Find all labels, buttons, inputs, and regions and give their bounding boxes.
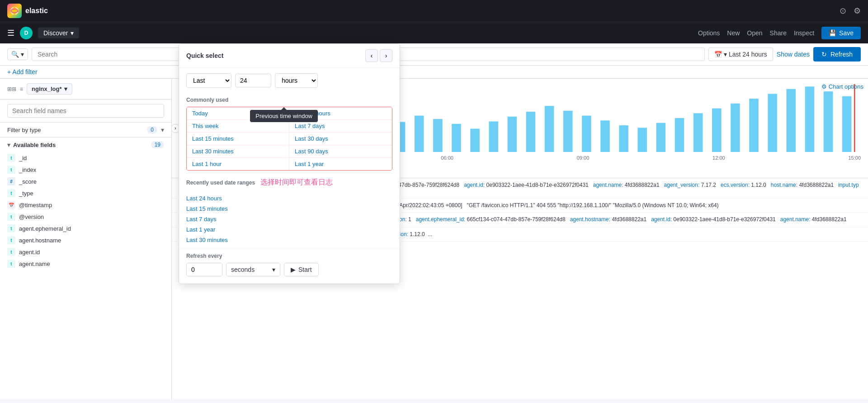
qs-refresh-every: Refresh every seconds ▾ ▶ Start xyxy=(179,249,400,284)
filter-type-row: Filter by type 0 ▾ xyxy=(0,123,171,137)
list-item[interactable]: t _index xyxy=(7,164,164,175)
svg-rect-19 xyxy=(489,122,498,152)
field-name: _index xyxy=(19,166,36,173)
qs-prev-button[interactable]: ‹ xyxy=(365,49,378,62)
section-title: ▾ Available fields xyxy=(7,142,56,148)
list-item[interactable]: t _id xyxy=(7,152,164,164)
share-link[interactable]: Share xyxy=(770,29,787,37)
list-item[interactable]: # _score xyxy=(7,175,164,187)
index-selector: ⊞⊞ ≡ nginx_log* ▾ xyxy=(0,79,171,100)
svg-rect-25 xyxy=(600,120,610,152)
qs-unit-select[interactable]: hours minutes seconds days weeks months … xyxy=(275,73,318,88)
qs-commonly-used: Commonly used Today Last 24 hours This w… xyxy=(179,93,400,174)
nav-actions: Options New Open Share Inspect 💾 Save xyxy=(698,27,861,39)
list-item[interactable]: t @version xyxy=(7,211,164,223)
chevron-down-icon: ▾ xyxy=(71,29,74,37)
time-selector[interactable]: 📅 ▾ Last 24 hours xyxy=(708,47,773,61)
search-bar: 🔍 ▾ 📅 ▾ Last 24 hours Show dates ↻ Refre… xyxy=(0,43,868,66)
svg-rect-29 xyxy=(675,118,684,152)
grid-icon[interactable]: ⊞⊞ xyxy=(7,86,16,92)
field-search-input[interactable] xyxy=(7,104,164,118)
svg-rect-34 xyxy=(768,94,777,152)
show-dates-button[interactable]: Show dates xyxy=(777,51,810,58)
list-item[interactable]: t agent.ephemeral_id xyxy=(7,223,164,234)
svg-rect-36 xyxy=(805,86,815,152)
field-type-badge: t xyxy=(7,248,15,256)
svg-rect-16 xyxy=(433,119,443,152)
field-type-badge: t xyxy=(7,154,15,162)
qs-next-button[interactable]: › xyxy=(380,49,392,62)
elastic-logo[interactable]: elastic xyxy=(7,4,48,18)
chart-options-button[interactable]: ⚙ Chart options xyxy=(821,83,863,90)
field-name: agent.id xyxy=(19,249,40,256)
chevron-down-icon: ▾ xyxy=(724,51,727,58)
svg-rect-17 xyxy=(452,124,461,152)
list-item[interactable]: t agent.hostname xyxy=(7,234,164,246)
qs-commonly-used-title: Commonly used xyxy=(186,97,392,103)
svg-rect-27 xyxy=(637,128,647,152)
field-name: agent.hostname xyxy=(19,237,61,244)
qs-refresh-title: Refresh every xyxy=(186,253,392,259)
field-name: agent.ephemeral_id xyxy=(19,225,71,232)
user-icon[interactable]: ⚙ xyxy=(854,6,861,16)
discover-button[interactable]: Discover ▾ xyxy=(38,28,79,38)
qs-watermark: 选择时间即可查看日志 xyxy=(260,178,333,187)
qs-item-last30min[interactable]: Last 30 minutes xyxy=(187,145,289,158)
qs-start-button[interactable]: ▶ Start xyxy=(284,263,319,276)
qs-refresh-unit-select[interactable]: seconds ▾ xyxy=(226,263,280,276)
chevron-down-icon: ▾ xyxy=(21,51,24,58)
avatar[interactable]: D xyxy=(20,27,33,39)
qs-refresh-input[interactable] xyxy=(186,263,222,276)
refresh-button[interactable]: ↻ Refresh xyxy=(813,47,861,62)
refresh-icon: ↻ xyxy=(821,51,827,58)
new-link[interactable]: New xyxy=(727,29,740,37)
qs-recent-last24h[interactable]: Last 24 hours xyxy=(186,193,392,204)
qs-item-last1year[interactable]: Last 1 year xyxy=(289,158,392,170)
svg-rect-22 xyxy=(545,106,554,152)
qs-recent-last15min[interactable]: Last 15 minutes xyxy=(186,204,392,214)
options-link[interactable]: Options xyxy=(698,29,720,37)
list-item[interactable]: t agent.id xyxy=(7,246,164,258)
qs-item-last1hour[interactable]: Last 1 hour xyxy=(187,158,289,170)
svg-point-1 xyxy=(13,7,16,14)
field-type-badge: t xyxy=(7,213,15,221)
qs-number-input[interactable] xyxy=(235,74,271,87)
qs-item-last15min[interactable]: Last 15 minutes xyxy=(187,133,289,145)
play-icon: ▶ xyxy=(291,266,296,273)
list-item[interactable]: t _type xyxy=(7,187,164,199)
svg-rect-18 xyxy=(470,129,480,152)
svg-rect-26 xyxy=(619,125,628,152)
open-link[interactable]: Open xyxy=(747,29,762,37)
inspect-link[interactable]: Inspect xyxy=(794,29,814,37)
field-name: _type xyxy=(19,190,33,197)
qs-nav: ‹ › xyxy=(365,49,392,62)
field-name: @version xyxy=(19,213,44,220)
chevron-down-icon: ▾ xyxy=(7,142,10,148)
qs-last-select[interactable]: Last Next xyxy=(186,73,231,88)
svg-rect-28 xyxy=(656,123,666,152)
qs-recent-last1year[interactable]: Last 1 year xyxy=(186,224,392,235)
search-type-button[interactable]: 🔍 ▾ xyxy=(7,48,28,60)
qs-item-last30days[interactable]: Last 30 days xyxy=(289,133,392,145)
help-icon[interactable]: ⊙ xyxy=(840,6,846,16)
field-type-badge: t xyxy=(7,166,15,174)
list-icon[interactable]: ≡ xyxy=(20,86,23,92)
add-filter-button[interactable]: + Add filter xyxy=(7,68,38,76)
qs-header: Quick select ‹ › xyxy=(179,44,400,68)
field-name: agent.name xyxy=(19,261,50,267)
main-layout: ⊞⊞ ≡ nginx_log* ▾ Filter by type 0 ▾ ▾ A… xyxy=(0,79,868,399)
save-button[interactable]: 💾 Save xyxy=(821,27,861,39)
field-name: @timestamp xyxy=(19,202,52,209)
index-badge[interactable]: nginx_log* ▾ xyxy=(27,83,72,95)
prev-window-tooltip: Previous time window xyxy=(250,110,318,122)
quick-select-popup: Quick select ‹ › Last Next hours minutes… xyxy=(179,43,400,284)
field-search xyxy=(0,100,171,123)
qs-item-last90days[interactable]: Last 90 days xyxy=(289,145,392,158)
qs-recent-last30min[interactable]: Last 30 minutes xyxy=(186,235,392,245)
hamburger-icon[interactable]: ☰ xyxy=(7,28,14,38)
qs-recently-title: Recently used date ranges xyxy=(186,180,255,186)
qs-recent-last7days[interactable]: Last 7 days xyxy=(186,214,392,224)
list-item[interactable]: 📅 @timestamp xyxy=(7,199,164,211)
list-item[interactable]: t agent.name xyxy=(7,258,164,270)
elastic-logo-icon xyxy=(7,4,22,18)
